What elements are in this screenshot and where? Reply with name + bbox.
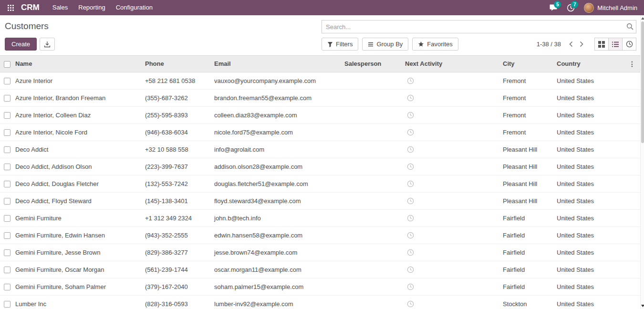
list-view-button[interactable] bbox=[608, 38, 623, 51]
cell-email[interactable]: info@agrolait.com bbox=[212, 141, 343, 158]
optional-columns-toggle-icon[interactable]: ⋮ bbox=[626, 61, 638, 67]
cell-salesperson[interactable] bbox=[343, 89, 403, 106]
cell-name[interactable]: Lumber Inc bbox=[13, 295, 143, 309]
app-title[interactable]: CRM bbox=[21, 3, 40, 12]
menu-sales[interactable]: Sales bbox=[47, 0, 73, 15]
row-checkbox[interactable] bbox=[4, 198, 10, 205]
row-checkbox[interactable] bbox=[4, 215, 10, 222]
cell-next-activity[interactable] bbox=[403, 106, 501, 124]
cell-city[interactable]: Fremont bbox=[501, 72, 555, 89]
cell-country[interactable]: United States bbox=[555, 175, 606, 192]
cell-city[interactable]: Fremont bbox=[501, 124, 555, 141]
cell-city[interactable]: Pleasant Hill bbox=[501, 158, 555, 175]
cell-name[interactable]: Gemini Furniture, Oscar Morgan bbox=[13, 261, 143, 278]
cell-email[interactable]: douglas.fletcher51@example.com bbox=[212, 175, 343, 192]
cell-next-activity[interactable] bbox=[403, 175, 501, 192]
cell-email[interactable]: soham.palmer15@example.com bbox=[212, 278, 343, 295]
menu-configuration[interactable]: Configuration bbox=[111, 0, 158, 15]
cell-salesperson[interactable] bbox=[343, 158, 403, 175]
cell-country[interactable]: United States bbox=[555, 124, 606, 141]
cell-phone[interactable]: (223)-399-7637 bbox=[143, 158, 212, 175]
cell-city[interactable]: Pleasant Hill bbox=[501, 192, 555, 209]
cell-country[interactable]: United States bbox=[555, 89, 606, 106]
cell-salesperson[interactable] bbox=[343, 209, 403, 227]
column-header-salesperson[interactable]: Salesperson bbox=[343, 56, 403, 72]
row-checkbox[interactable] bbox=[4, 284, 10, 290]
cell-next-activity[interactable] bbox=[403, 227, 501, 244]
cell-phone[interactable]: (829)-386-3277 bbox=[143, 244, 212, 261]
row-checkbox[interactable] bbox=[4, 301, 10, 308]
cell-city[interactable]: Fairfield bbox=[501, 278, 555, 295]
scroll-down-arrow-icon[interactable] bbox=[641, 303, 644, 309]
row-checkbox[interactable] bbox=[4, 78, 10, 84]
table-row[interactable]: Gemini Furniture, Soham Palmer (379)-167… bbox=[0, 278, 640, 295]
cell-salesperson[interactable] bbox=[343, 278, 403, 295]
cell-salesperson[interactable] bbox=[343, 141, 403, 158]
cell-city[interactable]: Pleasant Hill bbox=[501, 141, 555, 158]
search-input[interactable] bbox=[322, 20, 636, 33]
cell-name[interactable]: Deco Addict, Douglas Fletcher bbox=[13, 175, 143, 192]
cell-country[interactable]: United States bbox=[555, 278, 606, 295]
cell-name[interactable]: Azure Interior, Nicole Ford bbox=[13, 124, 143, 141]
cell-country[interactable]: United States bbox=[555, 192, 606, 209]
cell-name[interactable]: Gemini Furniture, Soham Palmer bbox=[13, 278, 143, 295]
row-checkbox[interactable] bbox=[4, 112, 10, 119]
cell-country[interactable]: United States bbox=[555, 209, 606, 227]
cell-email[interactable]: floyd.steward34@example.com bbox=[212, 192, 343, 209]
filters-button[interactable]: Filters bbox=[322, 38, 358, 51]
cell-next-activity[interactable] bbox=[403, 209, 501, 227]
no-activity-clock-icon[interactable] bbox=[407, 266, 414, 273]
create-button[interactable]: Create bbox=[5, 38, 37, 51]
cell-country[interactable]: United States bbox=[555, 158, 606, 175]
cell-phone[interactable]: (255)-595-8393 bbox=[143, 106, 212, 124]
cell-next-activity[interactable] bbox=[403, 89, 501, 106]
cell-country[interactable]: United States bbox=[555, 106, 606, 124]
cell-phone[interactable]: +1 312 349 2324 bbox=[143, 209, 212, 227]
cell-salesperson[interactable] bbox=[343, 261, 403, 278]
cell-next-activity[interactable] bbox=[403, 192, 501, 209]
table-row[interactable]: Azure Interior, Nicole Ford (946)-638-60… bbox=[0, 124, 640, 141]
cell-email[interactable]: vauxoo@yourcompany.example.com bbox=[212, 72, 343, 89]
cell-next-activity[interactable] bbox=[403, 124, 501, 141]
no-activity-clock-icon[interactable] bbox=[407, 180, 414, 187]
no-activity-clock-icon[interactable] bbox=[407, 283, 414, 290]
no-activity-clock-icon[interactable] bbox=[407, 215, 414, 222]
cell-phone[interactable]: (379)-167-2040 bbox=[143, 278, 212, 295]
activities-menu[interactable]: 7 bbox=[562, 0, 579, 15]
cell-city[interactable]: Fremont bbox=[501, 89, 555, 106]
cell-city[interactable]: Fairfield bbox=[501, 227, 555, 244]
row-checkbox[interactable] bbox=[4, 164, 10, 170]
cell-salesperson[interactable] bbox=[343, 295, 403, 309]
cell-salesperson[interactable] bbox=[343, 192, 403, 209]
cell-phone[interactable]: (145)-138-3401 bbox=[143, 192, 212, 209]
cell-email[interactable]: brandon.freeman55@example.com bbox=[212, 89, 343, 106]
cell-email[interactable]: oscar.morgan11@example.com bbox=[212, 261, 343, 278]
cell-next-activity[interactable] bbox=[403, 278, 501, 295]
no-activity-clock-icon[interactable] bbox=[407, 146, 414, 153]
apps-menu-icon[interactable] bbox=[5, 0, 16, 15]
no-activity-clock-icon[interactable] bbox=[407, 300, 414, 308]
cell-email[interactable]: john.b@tech.info bbox=[212, 209, 343, 227]
cell-name[interactable]: Deco Addict, Floyd Steward bbox=[13, 192, 143, 209]
cell-next-activity[interactable] bbox=[403, 244, 501, 261]
cell-next-activity[interactable] bbox=[403, 295, 501, 309]
cell-email[interactable]: addison.olson28@example.com bbox=[212, 158, 343, 175]
table-row[interactable]: Deco Addict, Addison Olson (223)-399-763… bbox=[0, 158, 640, 175]
select-all-checkbox[interactable] bbox=[4, 61, 10, 68]
column-header-city[interactable]: City bbox=[501, 56, 555, 72]
row-checkbox[interactable] bbox=[4, 95, 10, 102]
cell-next-activity[interactable] bbox=[403, 158, 501, 175]
favorites-button[interactable]: Favorites bbox=[412, 38, 458, 51]
table-row[interactable]: Lumber Inc (828)-316-0593 lumber-inv92@e… bbox=[0, 295, 640, 309]
cell-next-activity[interactable] bbox=[403, 141, 501, 158]
no-activity-clock-icon[interactable] bbox=[407, 197, 414, 205]
group-by-button[interactable]: Group By bbox=[362, 38, 408, 51]
menu-reporting[interactable]: Reporting bbox=[73, 0, 110, 15]
row-checkbox[interactable] bbox=[4, 129, 10, 136]
no-activity-clock-icon[interactable] bbox=[407, 112, 414, 119]
cell-name[interactable]: Deco Addict, Addison Olson bbox=[13, 158, 143, 175]
cell-phone[interactable]: (561)-239-1744 bbox=[143, 261, 212, 278]
cell-email[interactable]: jesse.brown74@example.com bbox=[212, 244, 343, 261]
row-checkbox[interactable] bbox=[4, 267, 10, 273]
scrollbar-thumb[interactable] bbox=[641, 21, 644, 143]
